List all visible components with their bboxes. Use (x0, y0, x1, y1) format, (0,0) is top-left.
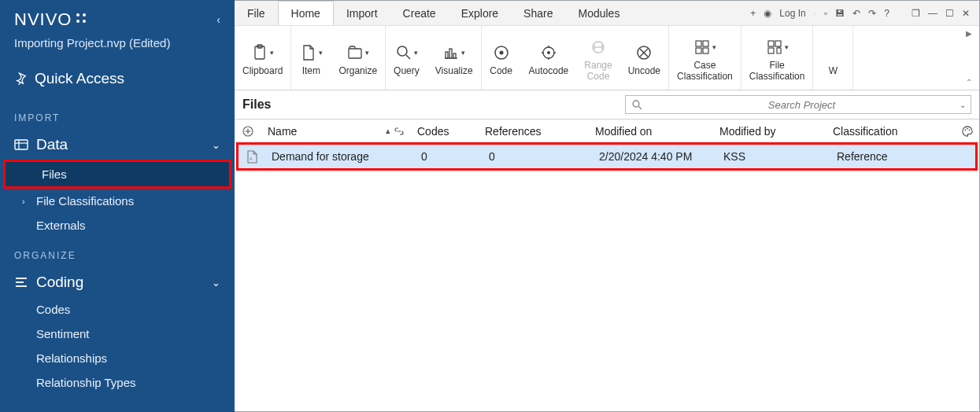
query-icon: ▾ (395, 41, 418, 64)
coding-icon (14, 275, 28, 289)
minimize-icon[interactable]: — (928, 8, 937, 19)
cell-name: Demand for storage (265, 150, 415, 163)
svg-rect-30 (696, 41, 701, 46)
menu-share[interactable]: Share (511, 1, 565, 25)
ribbon-code[interactable]: Code (482, 36, 521, 80)
import-section-header: IMPORT (0, 100, 235, 130)
help-icon[interactable]: ? (884, 8, 889, 19)
svg-point-0 (76, 13, 80, 17)
svg-text:A: A (250, 156, 253, 161)
ribbon-scroll-icon[interactable]: ▶ (962, 29, 976, 38)
panel-title: Files (242, 97, 271, 112)
svg-point-42 (965, 129, 967, 131)
sidebar-group-coding[interactable]: Coding ⌄ (0, 267, 235, 297)
fileclass-icon: ▾ (766, 35, 789, 59)
range-icon (590, 35, 607, 59)
project-title: Importing Project.nvp (Edited) (0, 33, 235, 62)
quick-access-button[interactable]: Quick Access (0, 62, 235, 100)
window-controls: + ◉ Log In · ▫ 💾︎ ↶ ↷ ? ❐ — ☐ ✕ (750, 8, 979, 19)
pin-icon (14, 72, 27, 85)
menu-import[interactable]: Import (334, 1, 390, 25)
col-references[interactable]: References (479, 125, 589, 138)
ribbon-visualize[interactable]: ▾Visualize (427, 36, 481, 80)
restore-down-icon[interactable]: ❐ (912, 8, 920, 19)
cell-modified-on: 2/20/2024 4:40 PM (593, 150, 717, 163)
svg-point-37 (633, 101, 639, 107)
add-icon[interactable]: + (750, 8, 756, 19)
ribbon-item[interactable]: ▾Item (291, 36, 331, 80)
svg-point-1 (83, 13, 86, 17)
sidebar-item-relationships[interactable]: Relationships (0, 346, 235, 370)
table-header: Name ▴ Codes References Modified on Modi… (235, 120, 979, 143)
login-button[interactable]: Log In (779, 8, 805, 19)
organize-section-header: ORGANIZE (0, 237, 235, 267)
ribbon-range-code: RangeCode (576, 31, 619, 86)
search-input[interactable] (649, 99, 955, 111)
svg-point-13 (398, 46, 407, 56)
maximize-icon[interactable]: ☐ (945, 8, 954, 19)
svg-rect-17 (449, 49, 452, 58)
close-icon[interactable]: ✕ (962, 8, 970, 19)
ribbon-clipboard[interactable]: ▾Clipboard (235, 36, 290, 80)
ribbon-query[interactable]: ▾Query (386, 36, 427, 80)
save-icon[interactable]: 💾︎ (835, 8, 845, 19)
ribbon: ▾Clipboard▾Item▾Organize▾Query▾Visualize… (235, 26, 979, 90)
svg-rect-4 (15, 140, 28, 149)
sidebar-group-data[interactable]: Data ⌄ (0, 130, 235, 160)
new-icon[interactable]: ▫ (824, 8, 827, 19)
redo-icon[interactable]: ↷ (868, 8, 876, 19)
files-table: Name ▴ Codes References Modified on Modi… (235, 120, 979, 171)
code-icon (493, 41, 510, 64)
clipboard-icon: ▾ (251, 41, 274, 64)
user-icon[interactable]: ◉ (764, 8, 771, 19)
caseclass-icon: ▾ (693, 35, 716, 59)
col-name[interactable]: Name ▴ (261, 125, 411, 138)
chevron-down-icon: ⌄ (212, 139, 220, 151)
color-palette-icon[interactable] (956, 125, 979, 138)
visualize-icon: ▾ (442, 41, 465, 64)
svg-line-38 (638, 106, 642, 109)
search-project-box[interactable]: ⌄ (625, 95, 971, 114)
ribbon-w[interactable]: W (813, 36, 852, 80)
svg-rect-32 (696, 48, 701, 53)
ribbon-collapse-icon[interactable]: ⌃ (962, 78, 976, 86)
sidebar-item-externals[interactable]: Externals (0, 213, 235, 237)
undo-icon[interactable]: ↶ (852, 8, 860, 19)
ribbon-organize[interactable]: ▾Organize (331, 36, 385, 80)
cell-codes: 0 (415, 150, 483, 163)
col-classification[interactable]: Classification (827, 125, 956, 138)
ribbon-case-classification[interactable]: ▾CaseClassification (669, 31, 741, 86)
sidebar-item-codes[interactable]: Codes (0, 297, 235, 322)
svg-point-43 (967, 127, 968, 129)
search-dropdown-icon[interactable]: ⌄ (955, 101, 971, 109)
expand-column-icon[interactable] (235, 126, 261, 137)
menu-explore[interactable]: Explore (449, 1, 511, 25)
divider: · (814, 8, 816, 19)
ribbon-autocode[interactable]: Autocode (521, 36, 577, 80)
menu-create[interactable]: Create (390, 1, 449, 25)
col-modified-by[interactable]: Modified by (713, 125, 827, 138)
menu-modules[interactable]: Modules (565, 1, 632, 25)
menu-file[interactable]: File (235, 1, 278, 25)
svg-rect-34 (768, 41, 774, 46)
col-modified-on[interactable]: Modified on (589, 125, 713, 138)
cell-modified-by: KSS (717, 150, 830, 163)
svg-point-22 (547, 51, 550, 54)
sidebar-item-files[interactable]: Files (6, 162, 229, 186)
svg-rect-35 (775, 41, 781, 46)
sidebar-item-sentiment[interactable]: Sentiment (0, 322, 235, 346)
sidebar-item-relationship-types[interactable]: Relationship Types (0, 370, 235, 395)
table-row[interactable]: A Demand for storage 0 0 2/20/2024 4:40 … (239, 145, 975, 168)
collapse-sidebar-icon[interactable]: ‹ (216, 13, 220, 26)
col-codes[interactable]: Codes (411, 125, 479, 138)
menu-home[interactable]: Home (278, 1, 334, 25)
organize-icon: ▾ (346, 41, 369, 64)
svg-rect-12 (349, 49, 361, 58)
uncode-icon (635, 41, 653, 64)
svg-rect-33 (703, 48, 708, 53)
svg-rect-36 (768, 48, 774, 53)
menu-bar: File Home Import Create Explore Share Mo… (235, 1, 979, 26)
ribbon-uncode[interactable]: Uncode (620, 36, 668, 80)
sidebar-item-file-classifications[interactable]: ›File Classifications (0, 189, 235, 213)
ribbon-file-classification[interactable]: ▾FileClassification (741, 31, 813, 86)
